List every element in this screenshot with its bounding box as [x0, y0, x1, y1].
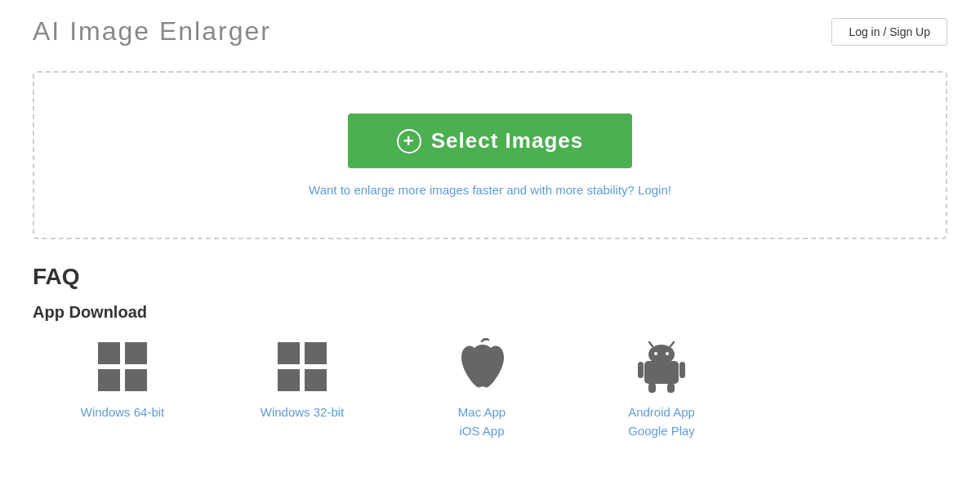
svg-rect-8: [644, 361, 679, 384]
app-card-windows64[interactable]: Windows 64-bit: [33, 338, 212, 422]
login-button[interactable]: Log in / Sign Up: [831, 18, 947, 46]
windows-icon: [274, 338, 331, 395]
select-images-label: Select Images: [431, 128, 583, 154]
apple-icon: [453, 338, 510, 395]
svg-rect-5: [305, 342, 327, 364]
svg-point-11: [666, 352, 669, 355]
svg-rect-14: [638, 362, 644, 378]
android-icon: [633, 338, 690, 395]
svg-rect-1: [125, 342, 147, 364]
select-images-button[interactable]: + Select Images: [348, 114, 632, 168]
login-prompt-text: Want to enlarge more images faster and w…: [309, 183, 671, 197]
app-card-android[interactable]: Android AppGoogle Play: [572, 338, 751, 440]
svg-rect-2: [98, 369, 120, 391]
windows64-label: Windows 64-bit: [81, 403, 165, 422]
svg-point-9: [648, 345, 675, 364]
svg-line-13: [670, 342, 674, 346]
plus-circle-icon: +: [397, 129, 421, 154]
svg-rect-7: [305, 369, 327, 391]
faq-section: FAQ App Download Windows 64-bit Windows …: [33, 264, 947, 440]
faq-title: FAQ: [33, 264, 947, 290]
windows32-label: Windows 32-bit: [261, 403, 345, 422]
header: AI Image Enlarger Log in / Sign Up: [0, 0, 980, 55]
windows-icon: [94, 338, 151, 395]
svg-rect-4: [278, 342, 300, 364]
svg-rect-17: [667, 383, 675, 393]
svg-rect-16: [648, 383, 656, 393]
upload-area: + Select Images Want to enlarge more ima…: [33, 71, 947, 239]
svg-rect-6: [278, 369, 300, 391]
app-card-mac-ios[interactable]: Mac AppiOS App: [392, 338, 572, 440]
android-label: Android AppGoogle Play: [628, 403, 695, 440]
app-download-title: App Download: [33, 303, 947, 322]
svg-point-10: [654, 352, 657, 355]
mac-ios-label: Mac AppiOS App: [458, 403, 506, 440]
svg-line-12: [649, 342, 653, 346]
app-card-windows32[interactable]: Windows 32-bit: [212, 338, 392, 422]
app-downloads-list: Windows 64-bit Windows 32-bit Mac AppiOS…: [33, 338, 947, 440]
svg-rect-0: [98, 342, 120, 364]
svg-rect-3: [125, 369, 147, 391]
svg-rect-15: [679, 362, 685, 378]
app-title: AI Image Enlarger: [33, 16, 271, 47]
